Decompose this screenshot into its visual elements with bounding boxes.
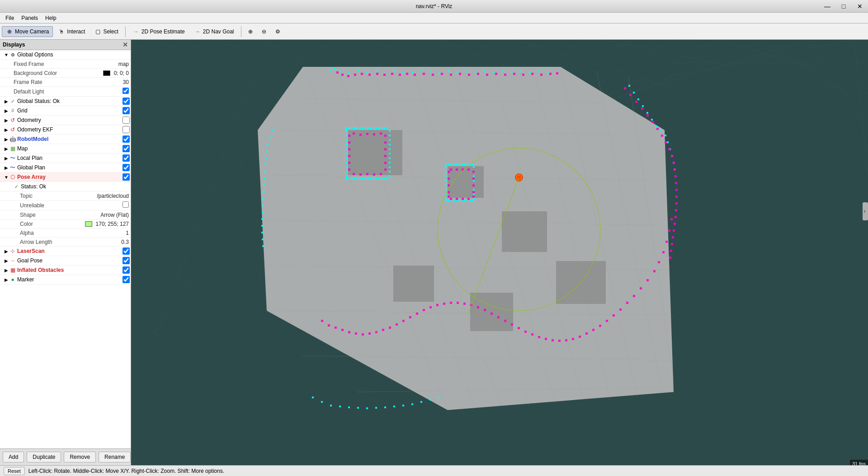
svg-rect-316 [472, 191, 475, 193]
svg-point-397 [356, 319, 358, 321]
global-options-item[interactable]: ▼ ⚙ Global Options [0, 50, 131, 60]
grid-checkbox[interactable] [123, 107, 130, 114]
odometry-expand[interactable]: ▶ [4, 118, 9, 123]
marker-checkbox[interactable] [123, 276, 130, 283]
select-button[interactable]: ▢ Select [90, 26, 122, 37]
global-status-expand[interactable]: ▶ [4, 99, 9, 104]
inflated-obstacles-item[interactable]: ▶ ▦ Inflated Obstacles [0, 266, 131, 275]
svg-rect-148 [378, 127, 380, 129]
displays-close-button[interactable]: ✕ [123, 41, 128, 48]
menu-file[interactable]: File [2, 14, 18, 22]
global-plan-checkbox[interactable] [123, 164, 130, 171]
color-value[interactable]: 170; 255; 127 [85, 221, 129, 227]
viewport[interactable]: 31 fps S中⊕简拼 › [131, 40, 868, 465]
duplicate-button[interactable]: Duplicate [27, 452, 61, 462]
svg-rect-213 [445, 171, 447, 173]
local-plan-expand[interactable]: ▶ [4, 156, 9, 161]
laser-scan-expand[interactable]: ▶ [4, 249, 9, 254]
toolbar-minus-button[interactable]: ⊖ [258, 27, 270, 37]
svg-rect-95 [656, 126, 657, 127]
local-plan-checkbox[interactable] [123, 154, 130, 162]
robot-model-checkbox[interactable] [123, 135, 130, 143]
topic-value[interactable]: /particlecloud [97, 193, 129, 199]
global-plan-expand[interactable]: ▶ [4, 165, 9, 170]
svg-point-407 [424, 364, 426, 366]
pose-array-item[interactable]: ▼ ⬡ Pose Array [0, 173, 131, 182]
unreliable-check[interactable] [123, 201, 129, 208]
default-light-checkbox[interactable] [123, 88, 129, 95]
pose-array-expand[interactable]: ▼ [4, 175, 9, 180]
inflated-obstacles-checkbox[interactable] [123, 266, 130, 274]
frame-rate-value[interactable]: 30 [123, 79, 129, 85]
minimize-button[interactable]: — [819, 0, 835, 13]
svg-rect-112 [263, 191, 264, 193]
maximize-button[interactable]: □ [835, 0, 852, 13]
svg-rect-312 [448, 196, 450, 198]
marker-expand[interactable]: ▶ [4, 277, 9, 282]
interact-button[interactable]: 🖱 Interact [54, 26, 89, 37]
svg-rect-115 [262, 211, 264, 213]
laser-scan-checkbox[interactable] [123, 247, 130, 255]
svg-rect-123 [330, 405, 332, 406]
fixed-frame-value[interactable]: map [118, 61, 129, 67]
local-plan-item[interactable]: ▶ 〜 Local Plan [0, 154, 131, 163]
map-expand[interactable]: ▶ [4, 146, 9, 151]
pose-array-checkbox[interactable] [123, 173, 130, 181]
laser-scan-item[interactable]: ▶ ⊹ LaserScan [0, 247, 131, 256]
global-status-checkbox[interactable] [123, 98, 130, 105]
svg-rect-155 [354, 178, 355, 180]
svg-rect-128 [375, 407, 377, 409]
odometry-item[interactable]: ▶ ↺ Odometry [0, 116, 131, 125]
map-item[interactable]: ▶ ▦ Map [0, 144, 131, 154]
toolbar-gear-button[interactable]: ⚙ [271, 27, 284, 37]
svg-rect-174 [345, 157, 347, 159]
arrow-length-row: Arrow Length 0.3 [0, 238, 131, 247]
rename-button[interactable]: Rename [99, 452, 131, 462]
pose-estimate-button[interactable]: → 2D Pose Estimate [128, 26, 189, 37]
menu-help[interactable]: Help [42, 14, 60, 22]
toolbar-plus-button[interactable]: ⊕ [244, 27, 257, 37]
global-plan-item[interactable]: ▶ 〜 Global Plan [0, 163, 131, 173]
alpha-value[interactable]: 1 [126, 230, 129, 236]
odometry-ekf-expand[interactable]: ▶ [4, 127, 9, 132]
inflated-obstacles-expand[interactable]: ▶ [4, 268, 9, 273]
default-light-check[interactable] [123, 88, 129, 94]
robot-model-expand[interactable]: ▶ [4, 137, 9, 142]
grid-expand[interactable]: ▶ [4, 108, 9, 113]
odometry-ekf-item[interactable]: ▶ ↺ Odometry EKF [0, 125, 131, 135]
svg-rect-359 [572, 338, 574, 340]
global-status-item[interactable]: ▶ ✓ Global Status: Ok [0, 97, 131, 106]
unreliable-checkbox[interactable] [123, 201, 129, 209]
move-camera-button[interactable]: ⊕ Move Camera [2, 26, 53, 37]
svg-rect-283 [359, 134, 362, 136]
reset-button[interactable]: Reset [4, 467, 25, 475]
marker-item[interactable]: ▶ ● Marker [0, 275, 131, 285]
laser-scan-icon: ⊹ [9, 247, 16, 255]
arrow-length-value[interactable]: 0.3 [121, 239, 129, 245]
map-checkbox[interactable] [123, 145, 130, 152]
background-color-value[interactable]: 0; 0; 0 [103, 70, 129, 76]
robot-model-item[interactable]: ▶ 🤖 RobotModel [0, 135, 131, 144]
global-options-expand[interactable]: ▼ [4, 52, 9, 57]
svg-rect-82 [493, 71, 495, 73]
close-button[interactable]: ✕ [852, 0, 868, 13]
arrow-length-label: Arrow Length [20, 239, 121, 245]
svg-rect-305 [456, 168, 458, 171]
map-visualization: 31 fps S中⊕简拼 › [131, 40, 868, 465]
menu-panels[interactable]: Panels [18, 14, 42, 22]
goal-pose-checkbox[interactable] [123, 257, 130, 264]
add-button[interactable]: Add [3, 452, 24, 462]
odometry-checkbox[interactable] [123, 117, 130, 124]
odometry-ekf-checkbox[interactable] [123, 126, 130, 133]
svg-rect-223 [473, 180, 475, 182]
svg-rect-333 [396, 323, 398, 326]
svg-rect-274 [675, 209, 677, 211]
goal-pose-item[interactable]: ▶ → Goal Pose [0, 256, 131, 266]
shape-value[interactable]: Arrow (Flat) [100, 212, 129, 218]
goal-pose-expand[interactable]: ▶ [4, 258, 9, 263]
grid-item[interactable]: ▶ # Grid [0, 106, 131, 116]
svg-rect-167 [386, 178, 388, 180]
marker-label: Marker [17, 276, 123, 283]
remove-button[interactable]: Remove [64, 452, 96, 462]
nav-goal-button[interactable]: → 2D Nav Goal [190, 26, 238, 37]
